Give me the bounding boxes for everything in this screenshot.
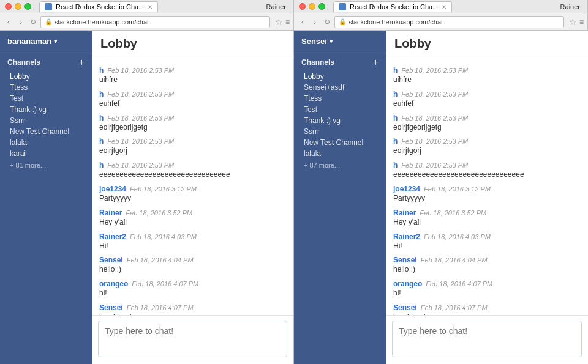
browser-tab-right[interactable]: React Redux Socket.io Cha... ✕ bbox=[333, 1, 452, 12]
sidebar-item-lobby-left[interactable]: Lobby bbox=[7, 71, 85, 82]
sidebar-username-left[interactable]: bananaman ▾ bbox=[7, 37, 57, 46]
message-text-h4-left: eoirjtgorj bbox=[99, 146, 286, 156]
tab-close-left[interactable]: ✕ bbox=[148, 4, 153, 10]
message-author-orangeo-right[interactable]: orangeo bbox=[393, 280, 422, 288]
sidebar-right: Sensei ▾ Channels + Lobby Sensei+asdf Tt… bbox=[294, 31, 386, 364]
back-button-right[interactable]: ‹ bbox=[298, 17, 307, 27]
sidebar-item-ssrrr-left[interactable]: Ssrrr bbox=[7, 115, 85, 126]
message-text-h2-left: euhfef bbox=[99, 98, 286, 109]
sidebar-item-ttess-left[interactable]: Ttess bbox=[7, 82, 85, 93]
chat-messages-left[interactable]: h Feb 18, 2016 2:53 PM uihfre h Feb 18, … bbox=[92, 56, 293, 315]
message-text-orangeo-right: hi! bbox=[393, 288, 581, 299]
message-time-sensei2-right: Feb 18, 2016 4:07 PM bbox=[421, 304, 488, 311]
message-text-h5-left: eeeeeeeeeeeeeeeeeeeeeeeeeeeeeeee bbox=[99, 169, 286, 180]
menu-button-right[interactable]: ≡ bbox=[579, 18, 584, 26]
message-author-line-2-right: h Feb 18, 2016 2:53 PM bbox=[393, 90, 581, 98]
message-author-rainer2-right[interactable]: Rainer2 bbox=[393, 232, 420, 241]
refresh-button-right[interactable]: ↻ bbox=[322, 17, 332, 27]
refresh-button-left[interactable]: ↻ bbox=[28, 17, 38, 27]
sidebar-item-test-left[interactable]: Test bbox=[7, 93, 85, 104]
message-author-line-10-left: orangeo Feb 18, 2016 4:07 PM bbox=[99, 280, 286, 288]
message-author-h2-left[interactable]: h bbox=[99, 90, 104, 98]
chat-input-right[interactable] bbox=[392, 321, 582, 357]
maximize-button-left[interactable] bbox=[24, 3, 31, 10]
sidebar-item-thankvg-right[interactable]: Thank :) vg bbox=[301, 115, 379, 126]
forward-button-right[interactable]: › bbox=[310, 17, 320, 27]
message-author-h1-left[interactable]: h bbox=[99, 66, 104, 75]
message-author-h5-right[interactable]: h bbox=[393, 161, 398, 169]
url-bar-right[interactable]: 🔒 slackclone.herokuapp.com/chat bbox=[334, 16, 564, 28]
add-channel-button-left[interactable]: + bbox=[79, 58, 85, 67]
close-button-right[interactable] bbox=[299, 3, 306, 10]
traffic-lights-right bbox=[299, 3, 325, 10]
message-author-h5-left[interactable]: h bbox=[99, 161, 104, 169]
sidebar-item-karai-left[interactable]: karai bbox=[7, 148, 85, 159]
back-button-left[interactable]: ‹ bbox=[4, 17, 13, 27]
close-button-left[interactable] bbox=[5, 3, 12, 10]
message-author-sensei2-right[interactable]: Sensei bbox=[393, 303, 417, 312]
channels-label-right: Channels bbox=[301, 58, 334, 67]
sidebar-item-newtestchannel-right[interactable]: New Test Channel bbox=[301, 137, 379, 148]
bookmark-button-right[interactable]: ☆ bbox=[569, 17, 577, 27]
message-group-7-right: Rainer Feb 18, 2016 3:52 PM Hey y'all bbox=[393, 209, 581, 228]
bookmark-button-left[interactable]: ☆ bbox=[275, 17, 283, 27]
message-author-h2-right[interactable]: h bbox=[393, 90, 398, 98]
chat-messages-right[interactable]: h Feb 18, 2016 2:53 PM uihfre h Feb 18, … bbox=[386, 56, 588, 315]
message-group-1-left: h Feb 18, 2016 2:53 PM uihfre bbox=[99, 66, 286, 85]
message-author-line-9-right: Sensei Feb 18, 2016 4:04 PM bbox=[393, 256, 581, 264]
sidebar-username-text-left: bananaman bbox=[7, 37, 51, 46]
sidebar-item-senseiasdf-right[interactable]: Sensei+asdf bbox=[301, 82, 379, 93]
forward-button-left[interactable]: › bbox=[16, 17, 26, 27]
message-author-joe1234-right[interactable]: joe1234 bbox=[393, 185, 420, 193]
message-group-4-left: h Feb 18, 2016 2:53 PM eoirjtgorj bbox=[99, 137, 286, 156]
sidebar-more-left[interactable]: + 81 more... bbox=[7, 159, 85, 171]
tab-favicon-left bbox=[45, 3, 52, 10]
message-author-h1-right[interactable]: h bbox=[393, 66, 398, 75]
message-author-sensei2-left[interactable]: Sensei bbox=[99, 303, 123, 312]
message-group-7-left: Rainer Feb 18, 2016 3:52 PM Hey y'all bbox=[99, 209, 286, 228]
sidebar-item-thankvg-left[interactable]: Thank :) vg bbox=[7, 104, 85, 115]
add-channel-button-right[interactable]: + bbox=[373, 58, 379, 67]
sidebar-item-lalala-right[interactable]: lalala bbox=[301, 148, 379, 159]
sidebar-item-ttess-right[interactable]: Ttess bbox=[301, 93, 379, 104]
message-time-sensei1-left: Feb 18, 2016 4:04 PM bbox=[127, 256, 194, 264]
message-group-2-left: h Feb 18, 2016 2:53 PM euhfef bbox=[99, 90, 286, 109]
message-group-2-right: h Feb 18, 2016 2:53 PM euhfef bbox=[393, 90, 581, 109]
chat-input-left[interactable] bbox=[98, 321, 287, 357]
sidebar-item-newtestchannel-left[interactable]: New Test Channel bbox=[7, 126, 85, 137]
sidebar-item-lalala-left[interactable]: lalala bbox=[7, 137, 85, 148]
message-author-h3-left[interactable]: h bbox=[99, 114, 104, 122]
message-time-rainer2-left: Feb 18, 2016 4:03 PM bbox=[130, 233, 197, 240]
maximize-button-right[interactable] bbox=[318, 3, 325, 10]
sidebar-item-test-right[interactable]: Test bbox=[301, 104, 379, 115]
message-text-h3-left: eoirjfgeorijgetg bbox=[99, 122, 286, 133]
minimize-button-left[interactable] bbox=[15, 3, 21, 10]
message-time-joe1234-right: Feb 18, 2016 3:12 PM bbox=[424, 185, 491, 193]
message-author-joe1234-left[interactable]: joe1234 bbox=[99, 185, 126, 193]
sidebar-item-lobby-right[interactable]: Lobby bbox=[301, 71, 379, 82]
message-author-rainer-right[interactable]: Rainer bbox=[393, 209, 416, 217]
minimize-button-right[interactable] bbox=[309, 3, 315, 10]
url-text-right: slackclone.herokuapp.com/chat bbox=[349, 18, 443, 26]
message-time-h5-left: Feb 18, 2016 2:53 PM bbox=[107, 162, 174, 169]
message-author-h4-right[interactable]: h bbox=[393, 137, 398, 146]
message-text-joe1234-right: Partyyyyy bbox=[393, 193, 581, 204]
message-author-rainer-left[interactable]: Rainer bbox=[99, 209, 122, 217]
url-bar-left[interactable]: 🔒 slackclone.herokuapp.com/chat bbox=[40, 16, 270, 28]
sidebar-username-right[interactable]: Sensei ▾ bbox=[301, 37, 333, 46]
message-author-sensei1-left[interactable]: Sensei bbox=[99, 256, 123, 264]
message-author-h3-right[interactable]: h bbox=[393, 114, 398, 122]
browser-tab-left[interactable]: React Redux Socket.io Cha... ✕ bbox=[39, 1, 158, 12]
menu-button-left[interactable]: ≡ bbox=[285, 18, 290, 26]
message-author-orangeo-left[interactable]: orangeo bbox=[99, 280, 128, 288]
sidebar-more-right[interactable]: + 87 more... bbox=[301, 159, 379, 171]
message-author-rainer2-left[interactable]: Rainer2 bbox=[99, 232, 126, 241]
message-author-line-4-right: h Feb 18, 2016 2:53 PM bbox=[393, 137, 581, 146]
url-text-left: slackclone.herokuapp.com/chat bbox=[55, 18, 149, 26]
message-author-h4-left[interactable]: h bbox=[99, 137, 104, 146]
message-group-10-right: orangeo Feb 18, 2016 4:07 PM hi! bbox=[393, 280, 581, 299]
message-author-sensei1-right[interactable]: Sensei bbox=[393, 256, 417, 264]
tab-close-right[interactable]: ✕ bbox=[442, 4, 447, 10]
message-time-joe1234-left: Feb 18, 2016 3:12 PM bbox=[130, 185, 197, 193]
sidebar-item-ssrrr-right[interactable]: Ssrrr bbox=[301, 126, 379, 137]
